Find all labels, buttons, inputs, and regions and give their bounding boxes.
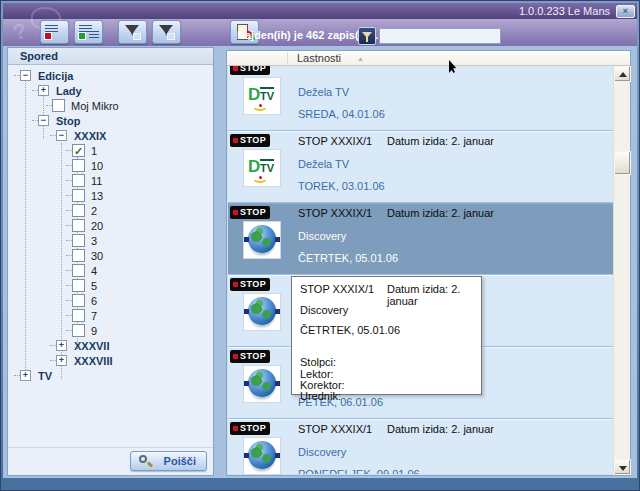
checkbox-icon[interactable] <box>72 159 85 172</box>
tree-expand-icon[interactable]: + <box>20 370 31 381</box>
tree-item-5[interactable]: 5 <box>8 279 213 294</box>
checkbox-icon[interactable] <box>72 234 85 247</box>
discovery-globe-logo <box>243 365 281 403</box>
tree-item-30[interactable]: 30 <box>8 249 213 264</box>
tree-item-13[interactable]: 13 <box>8 189 213 204</box>
scroll-up-button[interactable] <box>614 66 631 82</box>
list-row-selected[interactable]: STOP STOP XXXIX/1 Datum izida: 2. januar… <box>228 203 613 275</box>
tooltip-issue-date: Datum izida: 2. januar <box>387 283 481 307</box>
search-input[interactable] <box>379 28 501 44</box>
checkbox-icon[interactable] <box>72 219 85 232</box>
stop-dot-icon <box>233 354 238 359</box>
tree-item-edicija[interactable]: − Edicija <box>8 69 213 84</box>
records-list-red-button[interactable] <box>40 20 69 44</box>
tree-item-7[interactable]: 7 <box>8 309 213 324</box>
tree-item-moj-mikro[interactable]: Moj Mikro <box>8 99 213 114</box>
row-channel: Discovery <box>298 446 346 458</box>
magnifier-glass-icon <box>139 455 147 463</box>
tree-expand-icon[interactable]: + <box>38 85 49 96</box>
tree-view: − Edicija + Lady Moj Mikro − Stop − XXXI… <box>8 65 213 447</box>
arrow-down-icon <box>619 466 627 471</box>
tree-item-xxxviii[interactable]: + XXXVIII <box>8 354 213 369</box>
tooltip-channel: Discovery <box>300 304 348 316</box>
checkbox-icon[interactable] <box>72 294 85 307</box>
tree-item-3[interactable]: 3 <box>8 234 213 249</box>
checkbox-icon[interactable] <box>72 204 85 217</box>
stop-logo: STOP <box>230 278 270 291</box>
stop-dot-icon <box>233 426 238 431</box>
tree-item-1[interactable]: ✓ 1 <box>8 144 213 159</box>
list-row[interactable]: STOP D TV STOP XXXIX/1 Datum izida: 2. j… <box>228 131 613 203</box>
tree-item-lady[interactable]: + Lady <box>8 84 213 99</box>
import-funnel-button-1[interactable] <box>118 20 147 44</box>
tree-collapse-icon[interactable]: − <box>38 115 49 126</box>
tree-item-xxxvii[interactable]: + XXXVII <box>8 339 213 354</box>
tree-item-11[interactable]: 11 <box>8 174 213 189</box>
search-button[interactable]: Poišči <box>130 451 207 471</box>
checkbox-icon[interactable] <box>72 249 85 262</box>
list-icon <box>89 31 99 39</box>
row-day-date: ČETRTEK, 05.01.06 <box>298 252 398 264</box>
checkbox-icon[interactable] <box>72 174 85 187</box>
stop-logo: STOP <box>230 206 270 219</box>
import-funnel-button-2[interactable] <box>152 20 181 44</box>
checkbox-icon[interactable] <box>72 264 85 277</box>
list-column-header[interactable]: Lastnosti ▲ <box>227 51 630 66</box>
list-row[interactable]: STOP D TV Dežela TV SREDA, 04.01.06 <box>228 66 613 131</box>
tree-item-stop[interactable]: − Stop <box>8 114 213 129</box>
tree-item-20[interactable]: 20 <box>8 219 213 234</box>
tooltip-field: Urednik: <box>300 390 341 402</box>
tree-item-2[interactable]: 2 <box>8 204 213 219</box>
question-mark-icon: ? <box>10 18 29 46</box>
row-day-date: SREDA, 04.01.06 <box>298 108 385 120</box>
close-button[interactable]: × <box>616 5 635 18</box>
filter-button[interactable] <box>358 27 376 45</box>
tree-expand-icon[interactable]: + <box>56 355 67 366</box>
stop-logo: STOP <box>230 422 270 435</box>
globe-square-icon <box>244 453 249 458</box>
row-title: STOP XXXIX/1 <box>298 135 372 147</box>
globe-square-icon <box>275 381 280 386</box>
dezela-tv-logo: D TV <box>243 149 281 187</box>
checkbox-checked-icon[interactable]: ✓ <box>72 144 85 157</box>
tooltip-day-date: ČETRTEK, 05.01.06 <box>300 324 400 336</box>
tree-item-tv[interactable]: + TV <box>8 369 213 384</box>
tree-item-xxxix[interactable]: − XXXIX <box>8 129 213 144</box>
record-tooltip: STOP XXXIX/1 Datum izida: 2. januar Disc… <box>291 276 482 395</box>
arrow-up-icon <box>619 72 627 77</box>
tree-collapse-icon[interactable]: − <box>56 130 67 141</box>
container-icon <box>167 33 175 40</box>
list-body: STOP D TV Dežela TV SREDA, 04.01.06 STOP… <box>228 66 613 474</box>
globe-icon <box>248 369 276 397</box>
checkbox-icon[interactable] <box>52 99 65 112</box>
tooltip-field: Stolpci: <box>300 356 336 368</box>
scroll-down-button[interactable] <box>614 459 631 475</box>
row-issue-date: Datum izida: 2. januar <box>387 207 494 219</box>
discovery-globe-logo <box>243 437 281 474</box>
tree-collapse-icon[interactable]: − <box>20 70 31 81</box>
discovery-globe-logo <box>243 221 281 259</box>
tree-item-6[interactable]: 6 <box>8 294 213 309</box>
search-button-label: Poišči <box>164 455 196 467</box>
records-list-green-button[interactable] <box>74 20 103 44</box>
checkbox-icon[interactable] <box>72 324 85 337</box>
results-list-panel: Lastnosti ▲ STOP D TV Dežela TV SREDA, 0… <box>226 50 631 476</box>
version-label: 1.0.0.233 Le Mans <box>519 5 610 17</box>
list-row[interactable]: STOP STOP XXXIX/1 Datum izida: 2. januar… <box>228 419 613 474</box>
red-dot-icon <box>259 176 262 179</box>
row-issue-date: Datum izida: 2. januar <box>387 135 494 147</box>
scrollbar-thumb[interactable] <box>614 151 631 175</box>
row-title: STOP XXXIX/1 <box>298 207 372 219</box>
tree-item-10[interactable]: 10 <box>8 159 213 174</box>
row-channel: Dežela TV <box>298 86 349 98</box>
vertical-scrollbar[interactable] <box>613 66 630 475</box>
stop-dot-icon <box>233 138 238 143</box>
tree-item-9[interactable]: 9 <box>8 324 213 339</box>
stop-dot-icon <box>233 282 238 287</box>
checkbox-icon[interactable] <box>72 309 85 322</box>
checkbox-icon[interactable] <box>72 189 85 202</box>
tree-expand-icon[interactable]: + <box>56 340 67 351</box>
tree-item-4[interactable]: 4 <box>8 264 213 279</box>
stop-logo: STOP <box>230 350 270 363</box>
checkbox-icon[interactable] <box>72 279 85 292</box>
